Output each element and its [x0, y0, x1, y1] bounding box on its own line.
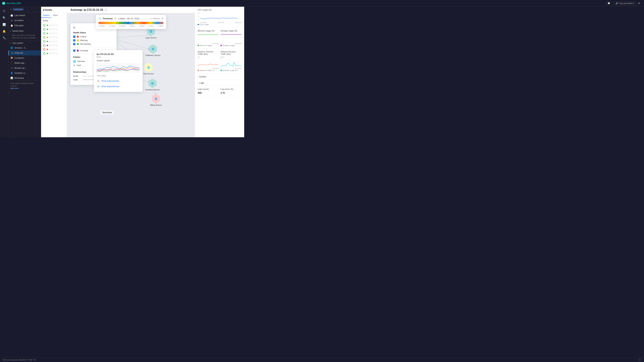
net-rx-x-labels: 4 01:00 PM — [220, 68, 242, 69]
timewarp-header: 🕐 Timewarp ℹ 1:20pm Jan 31, 2022 ↻ Refre… — [98, 17, 164, 20]
host-list-item[interactable]: ✓ ip-172-3... — [41, 23, 67, 27]
tab-system[interactable]: System — [41, 13, 51, 18]
status-dot-2 — [47, 29, 48, 30]
footer-icon: ℹ — [10, 82, 11, 84]
host-list-item[interactable]: ! ip-172-3... — [41, 47, 67, 51]
node-fulfillment-service[interactable]: 🌐 Fulfillment Service — [146, 44, 160, 56]
logs-detail-section: Logs (count) 400 Log errors (%) 2 % — [195, 86, 244, 96]
node-plan-service[interactable]: 🌐 Plan Service — [144, 63, 154, 75]
cpu-x-labels: 12:00 PM 01:00 PM 02:00 PM — [200, 22, 242, 23]
timewarp-time: 1:20pm — [118, 17, 125, 20]
timewarp-close-button[interactable]: ✕ — [161, 17, 164, 20]
automap-info-icon[interactable]: ℹ — [104, 8, 107, 11]
memory-chart-svg — [198, 33, 218, 42]
nav-button-2[interactable]: 🔔 — [1, 28, 7, 34]
calls-rel-label: Calls — [73, 79, 82, 81]
nav-item-data-gaps[interactable]: 📋 Data gaps — [8, 23, 41, 28]
warning-checkbox[interactable]: ✓ — [73, 39, 76, 41]
network-row: Network Transmit Traffic (B/s) 5 M 0 4 0… — [198, 51, 242, 71]
critical-checkbox[interactable]: ✓ — [73, 35, 76, 38]
host-list-item[interactable]: ✓ ip-172-3... — [41, 35, 67, 39]
network-section: Network Transmit Traffic (B/s) 5 M 0 4 0… — [195, 49, 244, 73]
show-dependencies-action[interactable]: 🔗 Show dependencies — [96, 84, 140, 89]
net-tx-dot — [198, 70, 199, 71]
timewarp-timeline[interactable] — [98, 22, 164, 24]
cpu-legend-text: Cpu Usage — [200, 23, 209, 25]
anomaly-label: Anomaly — [80, 49, 88, 52]
host-status-5: ✓ — [43, 40, 46, 42]
logs-count-value: 400 — [198, 91, 218, 94]
net-rx-x-0: 4 — [220, 68, 221, 69]
logs-label: Logs — [200, 82, 204, 84]
entity-type-badge: entityType — [13, 8, 24, 11]
not-alerting-checkbox[interactable]: ✓ — [73, 43, 76, 45]
logs-section-header[interactable]: ‹ Logs — [195, 80, 244, 86]
billing-service-label: Billing Service — [150, 104, 162, 106]
app-name: New Relic ONE — [6, 2, 21, 4]
nav-item-hosts[interactable]: 🖥 Hosts (8) — [8, 50, 41, 55]
host-list-item[interactable]: ✓ ip-172-3... — [41, 39, 67, 43]
storage-x-1: 01:00 PM — [235, 43, 242, 44]
add-more-link[interactable]: Add more... — [10, 87, 39, 89]
status-dot-7 — [47, 49, 48, 50]
menu-button[interactable]: ☰ — [1, 8, 7, 14]
host-name-3: ip-172-3... — [50, 32, 58, 34]
nav-item-last-viewed[interactable]: 🕐 Last viewed — [8, 13, 41, 18]
host-status-8: ✓ — [43, 52, 46, 55]
events-section-header[interactable]: › Events — [195, 73, 244, 80]
show-entity-preview-action[interactable]: 📋 Show entity preview — [96, 78, 140, 84]
time-label-5: 2:16pm — [148, 25, 154, 27]
filter-item-critical[interactable]: ✓ Critical — [73, 35, 114, 38]
cpu-usage-title: CPU usage (%) — [198, 9, 242, 11]
nav-system-section: ▾ Your system 🌐 Services - A... 🖥 Hosts … — [8, 40, 41, 81]
nav-item-mobile[interactable]: 📱 Mobile app... — [8, 60, 41, 65]
nav-item-synthetic[interactable]: 👤 Synthetic m... — [8, 70, 41, 76]
nav-button-3[interactable]: 🔧 — [1, 35, 7, 41]
grid-icon: ⊞ — [10, 19, 13, 22]
nav-button-1[interactable]: 📊 — [1, 21, 7, 27]
node-billing-service[interactable]: 🌐 Billing Service — [150, 94, 162, 106]
host-name-8: ip-172-3... — [50, 52, 58, 55]
filter-item-warning[interactable]: ✓ Warning — [73, 39, 114, 41]
nav-item-browser[interactable]: 🗂 Browser ap... — [8, 65, 41, 70]
status-dot-6 — [47, 45, 48, 46]
search-button[interactable]: 🔍 — [1, 15, 7, 21]
host-list-item[interactable]: ✓ ip-172-3... — [41, 51, 67, 55]
timeline-thumb[interactable] — [130, 22, 132, 24]
nav-item-services-a[interactable]: 🌐 Services - A... — [8, 45, 41, 50]
net-tx-title: Network Transmit Traffic (B/s) — [198, 51, 218, 55]
host-list-item[interactable]: ✓ ip-172-3... — [41, 43, 67, 47]
timewarp-refresh-button[interactable]: ↻ Refresh — [150, 17, 160, 20]
storage-col: Storage usage (%) 4 01:00 PM Storage Usa… — [220, 30, 242, 46]
net-tx-legend-text: Network Traffic Tx — [200, 69, 214, 71]
anomaly-checkbox[interactable]: ✓ — [73, 49, 76, 52]
nr-logo-icon: NR — [2, 2, 5, 5]
log-errors-title: Log errors (%) — [220, 88, 242, 90]
nav-item-containers[interactable]: 📦 Containers — [8, 55, 41, 60]
host-list-item[interactable]: ✓ ip-172-3... — [41, 31, 67, 35]
timewarp-info-icon[interactable]: ℹ — [114, 17, 117, 20]
tab-network[interactable]: Netw... — [51, 13, 61, 18]
globe-icon: 🌐 — [10, 46, 13, 49]
storage-title: Storage usage (%) — [220, 30, 242, 32]
memory-storage-section: Memory usage (%) 4 01:00 PM Memory Usage… — [195, 28, 244, 49]
synthetic-icon: 👤 — [10, 72, 13, 74]
show-preview-label: Show entity preview — [101, 80, 119, 82]
node-inventory-service[interactable]: 🌐 Inventory Service — [146, 79, 160, 91]
your-system-header[interactable]: ▾ Your system — [8, 41, 41, 45]
host-name-7: ip-172-3... — [50, 48, 58, 51]
net-tx-legend: Network Traffic Tx — [198, 69, 218, 71]
memory-storage-row: Memory usage (%) 4 01:00 PM Memory Usage… — [198, 30, 242, 46]
status-dot-3 — [47, 33, 48, 34]
filter-item-not-alerting[interactable]: ✓ Not Alerting — [73, 43, 114, 45]
host-list-item[interactable]: ✓ ip-172-3... — [41, 27, 67, 31]
saved-views-header[interactable]: ▾ Saved views — [8, 29, 41, 33]
cpu-y-0: 0 — [198, 19, 199, 21]
nav-item-all-entities[interactable]: ⊞ All entities — [8, 18, 41, 23]
status-dot-1 — [47, 25, 48, 26]
fulfillment-hex: 🌐 — [148, 44, 158, 54]
this-entity-label: This entity: — [96, 75, 140, 77]
status-dot-8 — [47, 53, 48, 54]
nav-item-workloads[interactable]: 📊 Workloads — [8, 76, 41, 81]
timewarp-time-labels: 11:46am 12:16pm 12:46pm 1:16pm 1:46pm 2:… — [98, 25, 164, 27]
